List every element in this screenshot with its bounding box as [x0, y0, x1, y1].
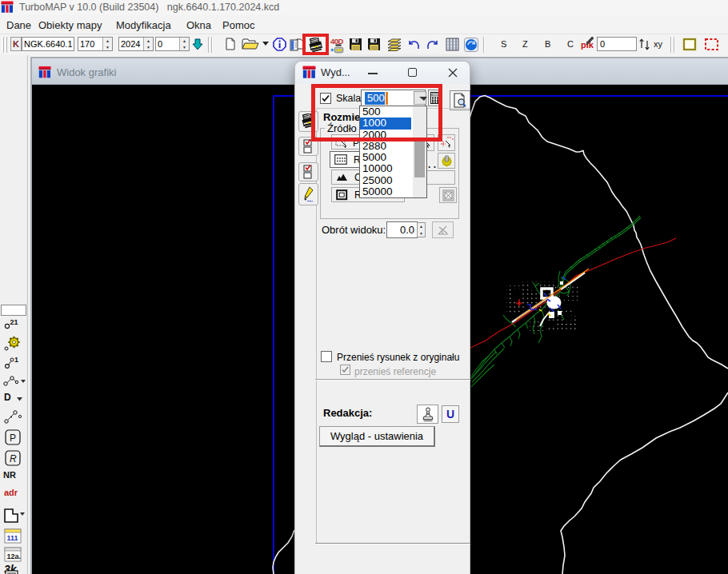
svg-text:111: 111	[7, 534, 18, 542]
svg-text:P: P	[10, 432, 16, 444]
svg-text:12a.: 12a.	[7, 552, 22, 560]
svg-text:1: 1	[14, 356, 18, 364]
svg-text:R: R	[10, 453, 17, 464]
svg-text:21: 21	[10, 318, 18, 326]
